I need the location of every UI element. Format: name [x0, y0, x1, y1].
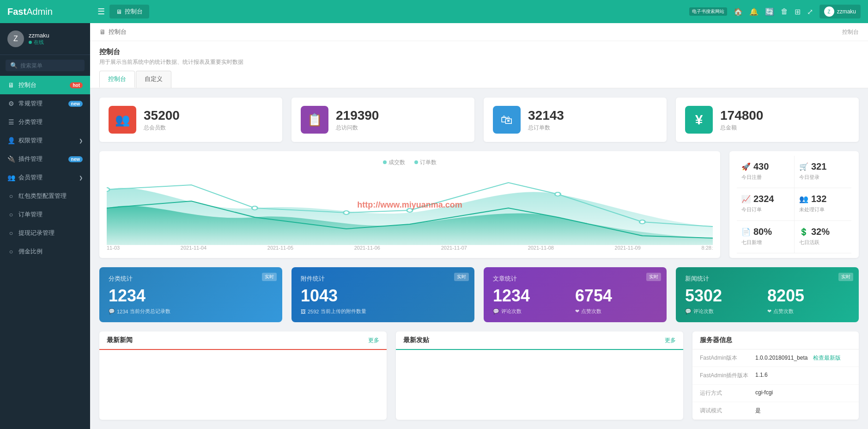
stat-login-num: 321 — [811, 161, 826, 172]
card-sub-icon-category: 💬 — [109, 308, 115, 314]
bottom-card-article: 实时 文章统计 1234 💬 评论次数 6754 ❤ 点赞次 — [484, 267, 667, 322]
chart-legend: 成交数 订单数 — [107, 159, 713, 166]
notification-icon[interactable]: 🔔 — [749, 7, 759, 16]
sidebar-item-label: 订单管理 — [18, 210, 42, 219]
stat-weekly-active-label: 七日活跃 — [799, 239, 847, 246]
news-table-body — [99, 350, 387, 387]
page-title-row: 控制台 — [99, 48, 859, 56]
sidebar-item-label: 红包类型配置管理 — [18, 192, 67, 200]
avatar: Z — [7, 31, 24, 47]
article-col-1: 1234 💬 评论次数 — [493, 288, 575, 315]
sidebar-item-plugin[interactable]: 🔌 插件管理 new — [0, 150, 90, 168]
tabs-row: 控制台 自定义 — [99, 71, 859, 88]
legend-item-1: 成交数 — [383, 159, 405, 166]
page-title: 控制台 — [99, 48, 120, 55]
content-area: 🖥 控制台 控制台 控制台 用于展示当前系统中的统计数据、统计报表及重要实时数据… — [90, 23, 868, 429]
card-title-article: 文章统计 — [493, 275, 657, 283]
card-sub-icon-attachment: 🖼 — [301, 309, 306, 314]
sidebar-item-redpack[interactable]: ○ 红包类型配置管理 — [0, 187, 90, 205]
refresh-icon[interactable]: 🔄 — [765, 7, 774, 16]
card-num-attachment: 1043 — [301, 288, 465, 304]
stat-weekly-new-num: 80% — [753, 227, 772, 237]
like-icon: ❤ — [575, 308, 579, 314]
bottom-cards: 实时 分类统计 1234 💬 1234 当前分类总记录数 实时 附件统计 104… — [90, 267, 868, 331]
table-panel-news: 最新新闻 更多 — [99, 331, 387, 420]
side-stat-today-order: 📈 2324 今日订单 — [737, 188, 794, 221]
site-label: 电子书搜索网站 — [689, 7, 727, 16]
stat-info-orders: 32143 总订单数 — [528, 108, 564, 132]
sidebar-item-member[interactable]: 👥 会员管理 ❯ — [0, 168, 90, 187]
status-label: 在线 — [34, 39, 44, 46]
stat-label-orders: 总订单数 — [528, 124, 564, 132]
sidebar-item-permission[interactable]: 👤 权限管理 ❯ — [0, 131, 90, 150]
sidebar-logo: FastAdmin — [0, 0, 90, 23]
topbar-right: 电子书搜索网站 🏠 🔔 🔄 🗑 ⊞ ⤢ Z zzmaku — [689, 5, 861, 18]
stat-icon-members: 👥 — [109, 106, 136, 134]
new-badge: new — [68, 101, 83, 107]
table-panel-header-posts: 最新发贴 更多 — [396, 331, 683, 350]
tables-section: 最新新闻 更多 最新发贴 更多 服务器信息 FastAdmin版本 — [90, 331, 868, 429]
mid-section: 成交数 订单数 — [90, 151, 868, 267]
card-num-news-1: 5302 — [685, 288, 767, 304]
chart-svg — [107, 171, 713, 245]
withdraw-icon: ○ — [7, 229, 15, 237]
like-icon-news: ❤ — [767, 308, 771, 314]
order-icon: ○ — [7, 211, 15, 218]
news-col-1: 5302 💬 评论次数 — [685, 288, 767, 315]
stat-card-visits: 📋 219390 总访问数 — [291, 98, 474, 142]
x-label-8: 8:28: — [702, 245, 713, 251]
sidebar-item-withdraw[interactable]: ○ 提现记录管理 — [0, 224, 90, 242]
check-latest-link[interactable]: 检查最新版 — [813, 355, 841, 361]
chart-dot — [555, 192, 560, 196]
tab-custom[interactable]: 自定义 — [136, 71, 171, 88]
comment-icon: 💬 — [493, 308, 499, 314]
server-row-debug-mode: 调试模式 是 — [692, 402, 859, 420]
stat-icon-amount: ¥ — [685, 106, 713, 134]
arrow-icon: ❯ — [79, 138, 83, 143]
chart-area: 成交数 订单数 — [99, 151, 720, 258]
side-stat-header-1: 🚀 430 — [741, 161, 789, 172]
trash-icon[interactable]: 🗑 — [781, 7, 788, 16]
user-badge[interactable]: Z zzmaku — [819, 5, 861, 18]
sidebar-item-general[interactable]: ⚙ 常规管理 new — [0, 94, 90, 113]
server-value-3: cgi-fcgi — [755, 389, 773, 397]
chart-dot — [407, 208, 413, 212]
server-row-plugin-version: FastAdmin插件版本 1.1.6 — [692, 367, 859, 385]
topbar-tab-dashboard[interactable]: 🖥 控制台 — [109, 5, 149, 18]
home-icon[interactable]: 🏠 — [734, 7, 743, 16]
grid-icon[interactable]: ⊞ — [795, 7, 801, 16]
article-col-2: 6754 ❤ 点赞次数 — [575, 288, 657, 315]
more-link-news[interactable]: 更多 — [368, 337, 379, 344]
dollar-icon: 💲 — [799, 227, 808, 236]
tab-dashboard[interactable]: 控制台 — [99, 71, 135, 88]
sidebar-item-label: 分类管理 — [18, 118, 42, 126]
stat-info-members: 35200 总会员数 — [144, 108, 180, 132]
article-double: 1234 💬 评论次数 6754 ❤ 点赞次数 — [493, 288, 657, 315]
sidebar-item-category[interactable]: ☰ 分类管理 — [0, 113, 90, 131]
server-label-1: FastAdmin版本 — [700, 354, 755, 362]
sidebar-item-order[interactable]: ○ 订单管理 — [0, 205, 90, 224]
page-header: 控制台 用于展示当前系统中的统计数据、统计报表及重要实时数据 控制台 自定义 — [90, 41, 868, 88]
fullscreen-icon[interactable]: ⤢ — [807, 7, 813, 16]
stat-card-orders: 🛍 32143 总订单数 — [484, 98, 667, 142]
sidebar-item-commission[interactable]: ○ 佣金比例 — [0, 242, 90, 261]
side-stat-header-4: 👥 132 — [799, 194, 847, 204]
breadcrumb-icon: 🖥 — [99, 28, 106, 36]
news-label-2: 点赞次数 — [773, 308, 794, 315]
stat-register-num: 430 — [753, 161, 769, 172]
category-icon: ☰ — [7, 118, 15, 126]
stat-register-label: 今日注册 — [741, 174, 789, 181]
search-box[interactable]: 🔍 — [6, 60, 85, 71]
side-stat-header-3: 📈 2324 — [741, 194, 789, 204]
side-stat-header-2: 🛒 321 — [799, 161, 847, 172]
card-sub-attachment: 🖼 2592 当前上传的附件数量 — [301, 308, 465, 315]
side-stat-weekly-active: 💲 32% 七日活跃 — [794, 221, 851, 253]
bottom-card-news: 实时 新闻统计 5302 💬 评论次数 8205 ❤ 点赞次 — [676, 267, 859, 322]
permission-icon: 👤 — [7, 137, 15, 144]
card-num-news-2: 8205 — [767, 288, 850, 304]
stat-label-members: 总会员数 — [144, 124, 180, 132]
menu-toggle-icon[interactable]: ☰ — [97, 6, 105, 17]
more-link-posts[interactable]: 更多 — [665, 337, 676, 344]
sidebar-item-dashboard[interactable]: 🖥 控制台 hot — [0, 76, 90, 94]
search-input[interactable] — [20, 62, 80, 69]
